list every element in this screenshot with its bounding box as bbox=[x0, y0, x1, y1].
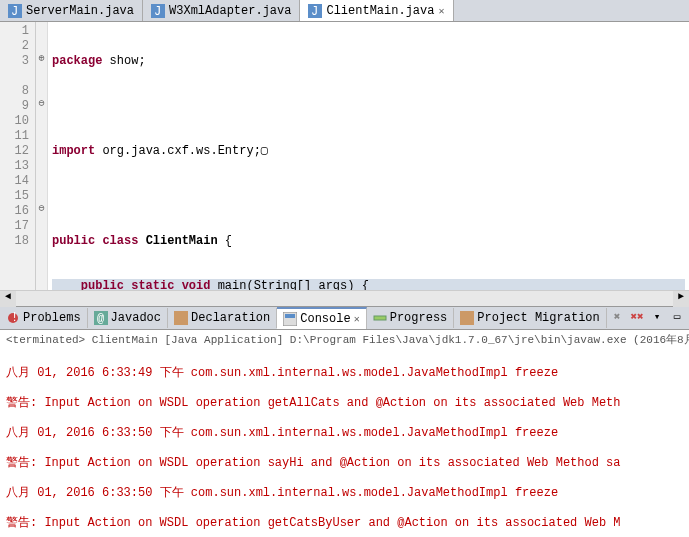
display-icon[interactable]: ▭ bbox=[669, 310, 685, 326]
close-icon[interactable]: ✕ bbox=[354, 313, 360, 325]
java-file-icon: J bbox=[308, 4, 322, 18]
code-editor[interactable]: 1 2 3 8 9 10 11 12 13 14 15 16 17 18 ⊕ ⊖… bbox=[0, 22, 689, 290]
declaration-icon bbox=[174, 311, 188, 325]
java-file-icon: J bbox=[151, 4, 165, 18]
horizontal-scrollbar[interactable]: ◄ ► bbox=[0, 290, 689, 306]
tab-declaration[interactable]: Declaration bbox=[168, 308, 277, 328]
javadoc-icon: @ bbox=[94, 311, 108, 325]
tab-clientmain[interactable]: J ClientMain.java ✕ bbox=[300, 0, 453, 21]
tab-label: ClientMain.java bbox=[326, 4, 434, 18]
fold-collapse-icon[interactable]: ⊖ bbox=[36, 202, 47, 217]
tab-progress[interactable]: Progress bbox=[367, 308, 455, 328]
svg-text:@: @ bbox=[97, 312, 104, 325]
svg-text:J: J bbox=[154, 5, 161, 18]
svg-rect-13 bbox=[374, 316, 386, 320]
tab-w3xmladapter[interactable]: J W3XmlAdapter.java bbox=[143, 0, 300, 21]
remove-terminated-icon[interactable]: ✖ bbox=[609, 310, 625, 326]
bottom-views-tabs: ! Problems @ Javadoc Declaration Console… bbox=[0, 306, 689, 330]
fold-gutter: ⊕ ⊖ ⊖ bbox=[36, 22, 48, 290]
svg-rect-14 bbox=[460, 311, 474, 325]
tab-label: ServerMain.java bbox=[26, 4, 134, 18]
code-content[interactable]: package show; import org.java.cxf.ws.Ent… bbox=[48, 22, 689, 290]
svg-text:J: J bbox=[311, 5, 318, 18]
scroll-left-icon[interactable]: ◄ bbox=[0, 291, 16, 307]
tab-console[interactable]: Console ✕ bbox=[277, 307, 366, 329]
console-output[interactable]: 八月 01, 2016 6:33:49 下午 com.sun.xml.inter… bbox=[0, 349, 689, 537]
svg-text:J: J bbox=[11, 5, 18, 18]
migration-icon bbox=[460, 311, 474, 325]
fold-collapse-icon[interactable]: ⊖ bbox=[36, 97, 47, 112]
editor-tabs: J ServerMain.java J W3XmlAdapter.java J … bbox=[0, 0, 689, 22]
close-icon[interactable]: ✕ bbox=[438, 5, 444, 17]
fold-expand-icon[interactable]: ⊕ bbox=[36, 52, 47, 67]
problems-icon: ! bbox=[6, 311, 20, 325]
svg-rect-12 bbox=[285, 314, 295, 318]
tab-migration[interactable]: Project Migration bbox=[454, 308, 606, 328]
tab-problems[interactable]: ! Problems bbox=[0, 308, 88, 328]
java-file-icon: J bbox=[8, 4, 22, 18]
pin-icon[interactable]: ▾ bbox=[649, 310, 665, 326]
console-icon bbox=[283, 312, 297, 326]
tab-javadoc[interactable]: @ Javadoc bbox=[88, 308, 168, 328]
tab-label: W3XmlAdapter.java bbox=[169, 4, 291, 18]
remove-all-icon[interactable]: ✖✖ bbox=[629, 310, 645, 326]
svg-text:!: ! bbox=[11, 311, 18, 325]
progress-icon bbox=[373, 311, 387, 325]
scroll-right-icon[interactable]: ► bbox=[673, 291, 689, 307]
console-toolbar: ✖ ✖✖ ▾ ▭ bbox=[609, 310, 689, 326]
tab-servermain[interactable]: J ServerMain.java bbox=[0, 0, 143, 21]
line-gutter: 1 2 3 8 9 10 11 12 13 14 15 16 17 18 bbox=[0, 22, 36, 290]
console-header: <terminated> ClientMain [Java Applicatio… bbox=[0, 330, 689, 349]
svg-rect-10 bbox=[174, 311, 188, 325]
